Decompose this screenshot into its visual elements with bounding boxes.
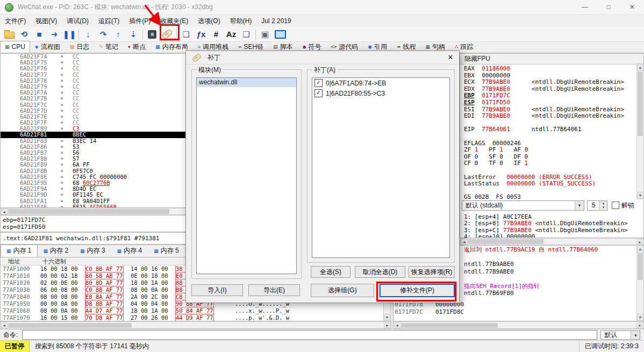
tab-notes[interactable]: ✎笔记	[94, 41, 123, 53]
x32dbg-window: WeChat.exe - PID: 263C - 模块: wechatwin.d…	[0, 0, 644, 352]
stack-row[interactable]: 0171FD7C0171FD8C	[395, 308, 464, 316]
step-into-icon[interactable]: ↓	[81, 28, 95, 41]
menu-file[interactable]: 文件(F)	[0, 15, 31, 27]
dump-tab-3[interactable]: ▦内存 3	[74, 245, 111, 257]
comment-icon[interactable]: ❏	[179, 28, 193, 41]
menu-view[interactable]: 视图(V)	[31, 15, 62, 27]
dump-bytes-group: 2A 00 2C 00	[131, 293, 176, 300]
stack-vscrollbar[interactable]: ▲ ▼	[636, 245, 644, 321]
scroll-thumb[interactable]	[8, 323, 132, 328]
scroll-right-icon[interactable]: ►	[636, 239, 643, 245]
registers-vscrollbar[interactable]: ▲ ▼	[636, 63, 644, 199]
chevron-down-icon[interactable]: ▼	[575, 201, 584, 210]
tab-label: 跟踪	[460, 42, 473, 52]
patch-icon	[191, 53, 202, 62]
scroll-up-icon[interactable]: ▲	[637, 246, 643, 253]
scroll-down-icon[interactable]: ▼	[637, 314, 643, 321]
dump-tab-4[interactable]: ▦内存 4	[111, 245, 148, 257]
scroll-thumb[interactable]	[8, 209, 169, 214]
command-input[interactable]	[22, 330, 597, 340]
window-icon[interactable]: ▣	[258, 28, 272, 41]
az-icon[interactable]: Az	[224, 28, 238, 41]
select-all-button[interactable]: 全选(S)	[311, 266, 350, 278]
menu-trace[interactable]: 追踪(T)	[94, 15, 124, 27]
tab-cpu[interactable]: ▦CPU	[0, 41, 30, 53]
menu-options[interactable]: 选项(O)	[193, 15, 225, 27]
patch-list-item[interactable]: ✓0|6A7F1AD9:74->EB	[312, 78, 449, 88]
status-message: 搜索到 85008 个字符串于 17141 毫秒内	[30, 342, 149, 351]
monitor-icon[interactable]	[273, 28, 287, 41]
scroll-left-icon[interactable]: ◄	[461, 239, 468, 245]
function-icon[interactable]: ƒx	[194, 28, 208, 41]
menu-debug[interactable]: 调试(D)	[62, 15, 94, 27]
module-list[interactable]: wechatwin.dll	[196, 77, 297, 274]
run-icon[interactable]: ➜	[47, 28, 61, 41]
dump-row[interactable]: 77AF106008 00 0A 00A4 D7 AF 7718 00 1A 0…	[1, 307, 390, 314]
script-icon[interactable]: ≣	[145, 28, 159, 41]
import-button[interactable]: 导入(I)	[191, 284, 243, 296]
argument-line: 4: [esp+10] 00000000	[464, 234, 628, 238]
pause-icon[interactable]: ❚❚	[62, 28, 76, 41]
command-label: 命令:	[0, 331, 22, 340]
patch-checkbox[interactable]: ✓	[314, 79, 323, 87]
restart-icon[interactable]: ⟲	[17, 28, 31, 41]
scroll-thumb[interactable]	[468, 239, 543, 244]
module-list-item[interactable]: wechatwin.dll	[197, 78, 296, 87]
tab-graph[interactable]: ◈流程图	[30, 41, 65, 53]
tab-log[interactable]: ▤日志	[65, 41, 95, 53]
scroll-down-icon[interactable]: ▼	[637, 192, 643, 199]
restore-selected-button[interactable]: 恢复选择项(R)	[409, 266, 455, 278]
scroll-thumb[interactable]	[401, 323, 498, 328]
report-icon[interactable]: ❏	[239, 28, 253, 41]
scroll-down-icon[interactable]: ▼	[384, 314, 390, 321]
scroll-right-icon[interactable]: ►	[384, 322, 391, 328]
dump-row[interactable]: 77AF107016 00 15 0070 D8 AF 7727 00 26 0…	[1, 314, 390, 321]
dump-tab-2[interactable]: ▦内存 2	[38, 245, 75, 257]
dump-hscrollbar[interactable]: ◄ ►	[0, 321, 391, 329]
dialog-close-icon[interactable]: ✕	[442, 51, 459, 64]
hash-icon[interactable]: #	[209, 28, 223, 41]
maximize-button[interactable]: □	[597, 0, 620, 15]
step-over-icon[interactable]: ↷	[96, 28, 110, 41]
patch-dialog-titlebar[interactable]: 补丁 ✕	[186, 51, 459, 64]
patch-checkbox[interactable]: ✓	[314, 89, 323, 97]
registers-hscrollbar[interactable]: ◄ ►	[460, 238, 644, 245]
argument-count-stepper[interactable]: 5 ▲▼	[587, 200, 607, 211]
scroll-thumb[interactable]	[638, 253, 643, 280]
patch-list-item[interactable]: ✓1|6AD21F80:55->C3	[312, 88, 449, 98]
scroll-left-icon[interactable]: ◄	[393, 322, 400, 328]
scroll-up-icon[interactable]: ▲	[637, 64, 643, 71]
scroll-thumb[interactable]	[638, 71, 643, 136]
unlock-label: 解锁	[621, 201, 634, 210]
close-button[interactable]: ✕	[620, 0, 644, 15]
scroll-left-icon[interactable]: ◄	[1, 209, 8, 214]
select-group-button[interactable]: 选择组(G)	[311, 284, 374, 297]
calling-convention-select[interactable]: 默认 (stdcall) ▼	[462, 200, 584, 211]
export-button[interactable]: 导出(E)	[248, 284, 300, 296]
hide-fpu-button[interactable]: 隐藏FPU	[460, 54, 643, 64]
step-out-icon: ↑	[116, 30, 120, 39]
dump-tab-1[interactable]: ▦内存 1	[1, 245, 38, 257]
status-badge: 已暂停	[0, 341, 30, 352]
patch-list[interactable]: ✓0|6A7F1AD9:74->EB✓1|6AD21F80:55->C3	[312, 77, 450, 258]
stop-icon[interactable]: ■	[32, 28, 46, 41]
spin-up-icon[interactable]: ▲	[600, 201, 607, 206]
unlock-checkbox[interactable]	[612, 202, 619, 209]
spin-down-icon[interactable]: ▼	[600, 205, 607, 210]
step-out-icon[interactable]: ↑	[111, 28, 125, 41]
chevron-down-icon[interactable]: ▼	[631, 331, 640, 339]
command-profile-select[interactable]: 默认 ▼	[600, 331, 640, 340]
open-file-icon[interactable]	[2, 28, 16, 41]
tab-breakpoints[interactable]: ●断点	[123, 41, 151, 53]
scroll-right-icon[interactable]: ►	[636, 322, 643, 328]
dump-tab-icon: ▦	[6, 248, 11, 254]
dump-bytes-group: C0 8B AF 77	[85, 286, 131, 293]
dump-tab-5[interactable]: ▦内存 5	[148, 245, 185, 257]
run-to-user-code-icon[interactable]: ⇣	[126, 28, 140, 41]
stack-hscrollbar[interactable]: ◄ ►	[393, 321, 644, 329]
dump-tab-icon: ▦	[44, 248, 48, 254]
scroll-left-icon[interactable]: ◄	[1, 322, 8, 328]
menu-help[interactable]: 帮助(H)	[225, 15, 257, 27]
minimize-button[interactable]: —	[573, 0, 597, 15]
deselect-all-button[interactable]: 取消全选(D)	[355, 266, 405, 278]
